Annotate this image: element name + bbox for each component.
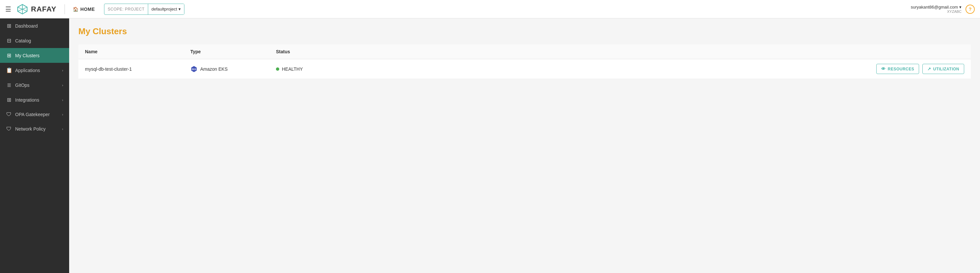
layout: ⊞ Dashboard ⊟ Catalog ⊞ My Clusters 📋 Ap… — [0, 18, 980, 273]
sidebar-label-integrations: Integrations — [15, 97, 59, 103]
scope-project-value: defaultproject — [151, 6, 177, 11]
status-text: HEALTHY — [282, 67, 303, 72]
my-clusters-icon: ⊞ — [6, 52, 12, 59]
network-policy-chevron-icon: › — [62, 127, 63, 131]
sidebar-label-dashboard: Dashboard — [15, 23, 63, 29]
applications-chevron-icon: › — [62, 68, 63, 72]
sidebar-item-gitops[interactable]: ≣ GitOps › — [0, 78, 69, 92]
cluster-type-cell: EKS Amazon EKS — [190, 65, 276, 73]
user-email: suryakant86@gmail.com ▾ — [911, 5, 962, 10]
status-dot — [276, 67, 279, 71]
sidebar-item-catalog[interactable]: ⊟ Catalog — [0, 33, 69, 48]
user-org: XYZABC — [911, 10, 962, 13]
integrations-icon: ⊞ — [6, 97, 12, 103]
header-right: suryakant86@gmail.com ▾ XYZABC ? — [911, 5, 975, 14]
sidebar-item-network-policy[interactable]: 🛡 Network Policy › — [0, 122, 69, 136]
help-button[interactable]: ? — [966, 5, 975, 14]
col-status: Status — [276, 49, 872, 54]
catalog-icon: ⊟ — [6, 38, 12, 44]
sidebar-label-opa-gatekeeper: OPA Gatekeeper — [15, 112, 59, 117]
dashboard-icon: ⊞ — [6, 23, 12, 29]
sidebar: ⊞ Dashboard ⊟ Catalog ⊞ My Clusters 📋 Ap… — [0, 18, 69, 273]
sidebar-item-applications[interactable]: 📋 Applications › — [0, 63, 69, 78]
sidebar-label-gitops: GitOps — [15, 83, 59, 88]
opa-icon: 🛡 — [6, 111, 12, 117]
eks-badge: EKS Amazon EKS — [190, 65, 276, 73]
integrations-chevron-icon: › — [62, 98, 63, 102]
sidebar-label-my-clusters: My Clusters — [15, 53, 63, 58]
table-header: Name Type Status — [78, 44, 971, 59]
cluster-name-cell: mysql-db-test-cluster-1 — [85, 67, 190, 72]
network-policy-icon: 🛡 — [6, 126, 12, 132]
scope-dropdown-icon: ▾ — [178, 6, 181, 11]
status-indicator: HEALTHY — [276, 67, 872, 72]
sidebar-item-opa-gatekeeper[interactable]: 🛡 OPA Gatekeeper › — [0, 107, 69, 122]
sidebar-label-catalog: Catalog — [15, 38, 63, 43]
sidebar-item-my-clusters[interactable]: ⊞ My Clusters — [0, 48, 69, 63]
logo[interactable]: RAFAY — [16, 3, 57, 15]
cluster-status-cell: HEALTHY — [276, 67, 872, 72]
scope-selector[interactable]: SCOPE: PROJECT defaultproject ▾ — [104, 4, 185, 15]
scope-value[interactable]: defaultproject ▾ — [148, 4, 184, 14]
resources-button[interactable]: 👁 RESOURCES — [876, 64, 919, 74]
sidebar-item-integrations[interactable]: ⊞ Integrations › — [0, 92, 69, 107]
amazon-eks-icon: EKS — [190, 65, 197, 73]
home-label: HOME — [80, 6, 95, 12]
hamburger-icon[interactable]: ☰ — [5, 5, 11, 13]
svg-text:EKS: EKS — [192, 68, 196, 70]
main-content: My Clusters Name Type Status mysql-db-te… — [69, 18, 980, 273]
sidebar-item-dashboard[interactable]: ⊞ Dashboard — [0, 18, 69, 33]
nav-home[interactable]: 🏠 HOME — [73, 6, 95, 12]
applications-icon: 📋 — [6, 67, 12, 73]
sidebar-label-network-policy: Network Policy — [15, 126, 59, 132]
home-icon: 🏠 — [73, 6, 79, 12]
opa-chevron-icon: › — [62, 113, 63, 116]
resources-label: RESOURCES — [888, 67, 915, 71]
logo-icon — [16, 3, 28, 15]
utilization-button[interactable]: ↗ UTILIZATION — [923, 64, 964, 74]
utilization-icon: ↗ — [928, 67, 931, 71]
user-dropdown-icon: ▾ — [959, 5, 962, 10]
clusters-table: Name Type Status mysql-db-test-cluster-1… — [78, 44, 971, 79]
eks-label: Amazon EKS — [200, 67, 228, 72]
resources-icon: 👁 — [881, 67, 886, 71]
cluster-actions-cell: 👁 RESOURCES ↗ UTILIZATION — [872, 64, 964, 74]
logo-text: RAFAY — [31, 5, 57, 13]
gitops-chevron-icon: › — [62, 83, 63, 87]
table-row: mysql-db-test-cluster-1 EKS Amazon EKS — [78, 59, 971, 79]
col-actions — [872, 49, 964, 54]
scope-label: SCOPE: PROJECT — [104, 7, 148, 11]
page-title: My Clusters — [78, 26, 971, 37]
sidebar-label-applications: Applications — [15, 68, 59, 73]
header-left: ☰ RAFAY 🏠 HOME SCOPE: PROJECT defaultpro… — [5, 3, 185, 15]
header-divider — [65, 4, 65, 14]
utilization-label: UTILIZATION — [933, 67, 959, 71]
col-type: Type — [190, 49, 276, 54]
user-info[interactable]: suryakant86@gmail.com ▾ XYZABC — [911, 5, 962, 13]
header: ☰ RAFAY 🏠 HOME SCOPE: PROJECT defaultpro… — [0, 0, 980, 18]
gitops-icon: ≣ — [6, 82, 12, 88]
col-name: Name — [85, 49, 190, 54]
